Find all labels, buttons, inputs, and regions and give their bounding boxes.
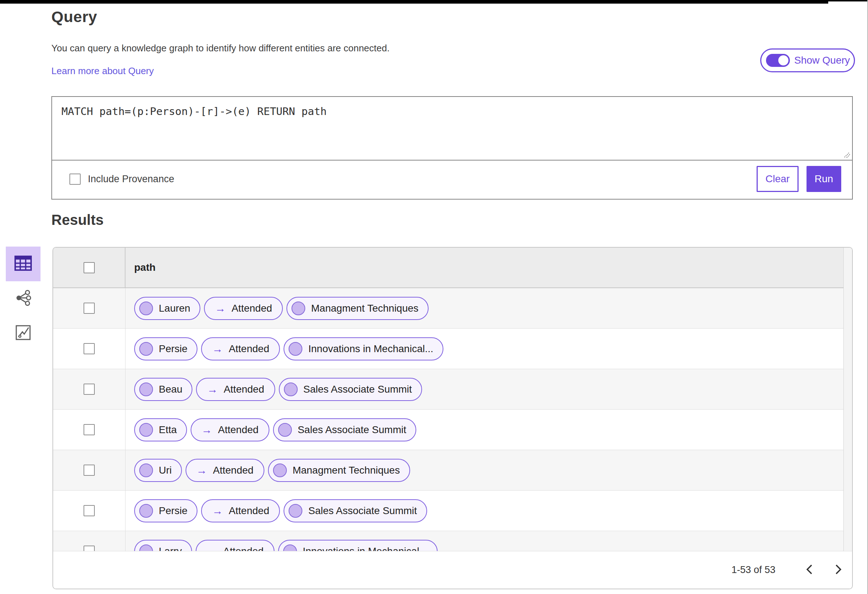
source-entity-label: Larry — [159, 545, 182, 551]
entity-pill-target[interactable]: Sales Associate Summit — [273, 418, 416, 441]
node-circle-icon — [278, 423, 292, 437]
row-checkbox[interactable] — [84, 424, 95, 435]
node-circle-icon — [139, 504, 153, 518]
table-row: Uri → Attended Managment Techniques — [53, 450, 852, 491]
column-header-path: path — [125, 248, 852, 287]
learn-more-link[interactable]: Learn more about Query — [52, 65, 154, 77]
arrow-right-icon: → — [201, 424, 212, 436]
relation-label: Attended — [229, 343, 269, 355]
arrow-right-icon: → — [212, 505, 223, 517]
entity-pill-target[interactable]: Managment Techniques — [268, 459, 410, 482]
query-editor-footer: Include Provenance Clear Run — [52, 161, 852, 198]
relation-pill[interactable]: → Attended — [204, 297, 283, 320]
row-path-cell: Beau → Attended Sales Associate Summit — [125, 369, 852, 409]
entity-pill-source[interactable]: Persie — [134, 337, 198, 360]
node-circle-icon — [291, 302, 305, 315]
target-entity-label: Managment Techniques — [292, 464, 400, 476]
clear-button[interactable]: Clear — [757, 166, 799, 192]
resize-handle-icon[interactable] — [841, 149, 851, 159]
entity-pill-source[interactable]: Beau — [134, 378, 192, 401]
node-circle-icon — [273, 463, 287, 477]
entity-pill-target[interactable]: Sales Associate Summit — [279, 378, 422, 401]
results-title: Results — [52, 212, 104, 228]
view-switcher — [6, 246, 40, 351]
table-row: Etta → Attended Sales Associate Summit — [53, 410, 852, 450]
entity-pill-source[interactable]: Uri — [134, 459, 182, 482]
view-item-graph[interactable] — [6, 281, 40, 316]
row-checkbox[interactable] — [84, 303, 95, 314]
query-input[interactable]: MATCH path=(p:Person)-[r]->(e) RETURN pa… — [52, 97, 852, 160]
relation-pill[interactable]: → Attended — [201, 337, 280, 360]
table-row: Larry → Attended Innovations in Mechanic… — [53, 531, 852, 551]
node-circle-icon — [283, 544, 297, 551]
node-circle-icon — [139, 302, 153, 315]
relation-label: Attended — [218, 424, 258, 436]
node-circle-icon — [139, 383, 153, 396]
entity-pill-source[interactable]: Etta — [134, 418, 187, 441]
row-checkbox[interactable] — [84, 545, 95, 551]
relation-pill[interactable]: → Attended — [190, 418, 269, 441]
node-circle-icon — [139, 463, 153, 477]
query-editor-area: MATCH path=(p:Person)-[r]->(e) RETURN pa… — [52, 97, 852, 161]
target-entity-label: Innovations in Mechanical... — [308, 343, 433, 355]
table-row: Persie → Attended Sales Associate Summit — [53, 491, 852, 531]
row-checkbox[interactable] — [84, 383, 95, 395]
entity-pill-source[interactable]: Lauren — [134, 297, 200, 320]
entity-pill-target[interactable]: Managment Techniques — [286, 297, 428, 320]
chevron-right-icon — [834, 563, 843, 577]
relation-pill[interactable]: → Attended — [196, 378, 275, 401]
view-item-chart[interactable] — [6, 316, 40, 351]
row-path-cell: Uri → Attended Managment Techniques — [125, 450, 852, 490]
show-query-button[interactable]: Show Query — [760, 49, 855, 72]
row-checkbox-cell — [53, 450, 125, 490]
previous-page-button[interactable] — [802, 559, 817, 581]
row-checkbox-cell — [53, 288, 125, 328]
row-path-cell: Lauren → Attended Managment Techniques — [125, 288, 852, 328]
entity-pill-target[interactable]: Sales Associate Summit — [283, 499, 427, 522]
window-top-bar-edge — [828, 0, 868, 1]
include-provenance-checkbox[interactable] — [69, 174, 81, 185]
target-entity-label: Sales Associate Summit — [303, 383, 412, 395]
relation-pill[interactable]: → Attended — [186, 459, 264, 482]
relation-label: Attended — [223, 545, 264, 551]
row-checkbox[interactable] — [84, 464, 95, 476]
page-title: Query — [52, 8, 97, 26]
entity-pill-target[interactable]: Innovations in Mechanical... — [278, 540, 438, 551]
table-row: Persie → Attended Innovations in Mechani… — [53, 329, 852, 369]
view-item-table[interactable] — [6, 246, 40, 281]
source-entity-label: Persie — [159, 505, 187, 517]
pagination-bar: 1-53 of 53 — [53, 551, 852, 588]
select-all-checkbox[interactable] — [84, 262, 95, 273]
show-query-toggle[interactable] — [766, 54, 790, 67]
row-checkbox-cell — [53, 410, 125, 450]
window-top-bar — [0, 0, 828, 4]
arrow-right-icon: → — [212, 343, 223, 355]
target-entity-label: Managment Techniques — [311, 303, 418, 314]
row-checkbox[interactable] — [84, 505, 95, 516]
table-scrollbar[interactable] — [843, 248, 852, 551]
arrow-right-icon: → — [207, 545, 217, 551]
node-circle-icon — [139, 342, 153, 356]
node-circle-icon — [139, 423, 153, 437]
relation-label: Attended — [229, 505, 269, 517]
entity-pill-target[interactable]: Innovations in Mechanical... — [283, 337, 443, 360]
row-checkbox[interactable] — [84, 343, 95, 354]
row-path-cell: Persie → Attended Sales Associate Summit — [125, 491, 852, 531]
row-path-cell: Larry → Attended Innovations in Mechanic… — [125, 531, 852, 551]
table-header-row: path — [53, 248, 852, 288]
toggle-knob — [778, 55, 788, 65]
page-description: You can query a knowledge graph to ident… — [52, 43, 390, 54]
next-page-button[interactable] — [830, 559, 846, 581]
entity-pill-source[interactable]: Larry — [134, 540, 192, 551]
relation-pill[interactable]: → Attended — [196, 540, 275, 551]
run-button[interactable]: Run — [806, 166, 841, 192]
target-entity-label: Sales Associate Summit — [308, 505, 417, 517]
relation-pill[interactable]: → Attended — [201, 499, 280, 522]
row-checkbox-cell — [53, 329, 125, 369]
entity-pill-source[interactable]: Persie — [134, 499, 198, 522]
results-table-panel: path Lauren → Attended Managment Techniq… — [52, 247, 853, 589]
table-icon — [14, 254, 32, 274]
table-row: Beau → Attended Sales Associate Summit — [53, 369, 852, 410]
chevron-left-icon — [805, 563, 814, 577]
row-checkbox-cell — [53, 491, 125, 531]
